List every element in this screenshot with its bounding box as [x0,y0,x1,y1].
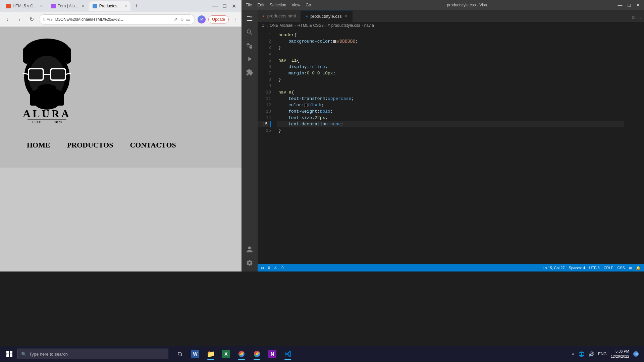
refresh-button[interactable]: ↻ [27,15,36,24]
status-ln-col[interactable]: Ln 15, Col 27 [543,266,565,270]
taskbar-onenote[interactable]: N [265,347,280,361]
tab3-close[interactable]: ✕ [124,4,127,8]
code-line-11: text-transform: uppercase; [277,96,624,102]
browser-tab-2[interactable]: Foro | Alu... ✕ [48,1,88,11]
notification-button[interactable]: 18 [633,351,639,357]
split-editor-icon[interactable]: ⧉ [632,15,635,20]
word-icon: W [191,350,199,358]
minimap [624,29,644,264]
volume-icon[interactable]: 🔊 [588,351,594,357]
taskbar-word[interactable]: W [188,347,203,361]
onenote-icon: N [268,350,276,358]
nav-productos[interactable]: PRODUCTOS [67,141,113,149]
activity-bar-bottom [244,243,256,272]
activity-settings[interactable] [244,257,256,269]
tab2-close[interactable]: ✕ [82,4,85,8]
taskbar-explorer[interactable]: 📁 [203,347,218,361]
minimize-button[interactable]: — [212,3,218,9]
taskbar-taskview[interactable]: ⧉ [172,347,187,361]
code-line-10: nav a{ [277,89,624,96]
more-actions-icon[interactable]: ⋯ [637,15,641,20]
menu-edit[interactable]: Edit [257,3,264,7]
close-css-tab[interactable]: ✕ [344,14,347,18]
code-line-13: font-weight: bold; [277,108,624,115]
update-button[interactable]: Update [208,15,229,23]
taskbar-excel[interactable]: X [219,347,233,361]
activity-run[interactable] [244,53,256,65]
vscode-window-controls: — □ ✕ [618,2,640,8]
taskbar-search[interactable]: 🔍 Type here to search [17,349,168,359]
browser-tab-1[interactable]: HTML5 y C... ✕ [3,1,46,11]
browser-menu-button[interactable]: ⋮ [231,17,239,22]
status-warning-icon: ⚠ [274,266,277,270]
share-icon[interactable]: ↗ [174,17,178,22]
status-encoding[interactable]: UTF-8 [589,266,599,270]
chrome-icon-1 [238,350,245,358]
menu-file[interactable]: File [246,3,252,7]
activity-explorer[interactable] [244,13,256,25]
tab1-label: HTML5 y C... [13,4,37,8]
network-icon[interactable]: 🌐 [579,351,584,357]
clock-time: 5:36 PM [611,349,629,354]
sidebar-toggle-icon[interactable]: ▭ [186,17,191,22]
maximize-button[interactable]: □ [223,3,226,9]
vscode-maximize[interactable]: □ [628,2,631,8]
taskbar-vscode[interactable] [280,347,295,361]
taskbar-chrome-1[interactable] [234,347,249,361]
status-spaces[interactable]: Spaces: 4 [569,266,585,270]
forward-button[interactable]: › [15,15,24,24]
menu-view[interactable]: View [291,3,300,7]
webpage-content: ALURA ESTD 2020 HOME PRODUCTOS CONTACTOS [0,27,241,272]
tab-productos-html[interactable]: ● productos.html [258,10,301,22]
vscode-title-bar: File Edit Selection View Go ... products… [241,0,644,10]
alura-logo-svg: ALURA ESTD 2020 [13,34,80,134]
code-line-4 [277,51,624,57]
code-line-12: color: black; [277,102,624,108]
bookmark-icon[interactable]: ☆ [180,17,184,22]
back-button[interactable]: ‹ [3,15,12,24]
tab1-close[interactable]: ✕ [40,4,43,8]
taskbar-chrome-2[interactable] [250,347,264,361]
tray-expand-icon[interactable]: ∧ [572,352,575,356]
nav-contactos[interactable]: CONTACTOS [130,141,176,149]
status-bell-icon[interactable]: 🔔 [636,266,641,270]
webpage-body [0,168,241,235]
nav-home[interactable]: HOME [27,141,50,149]
code-line-9 [277,83,624,89]
code-line-5: nav li{ [277,57,624,64]
menu-go[interactable]: Go [306,3,311,7]
vscode-window: File Edit Selection View Go ... products… [241,0,644,272]
status-eol[interactable]: CRLF [604,266,613,270]
start-button[interactable] [3,347,16,361]
profile-avatar[interactable]: M [198,15,206,23]
vscode-minimize[interactable]: — [618,2,623,8]
status-language[interactable]: CSS [617,266,625,270]
breadcrumb-symbol[interactable]: nav a [364,23,374,28]
code-line-2: background-color: #BBBBBB; [277,38,624,45]
breadcrumb-folder1[interactable]: ONE Michael [270,23,293,28]
browser-tab-3[interactable]: Productos... ✕ [89,1,130,11]
breadcrumb-folder2[interactable]: HTML & CSS3 [298,23,324,28]
system-clock[interactable]: 5:36 PM 12/29/2022 [611,349,629,359]
svg-text:ALURA: ALURA [23,108,71,120]
breadcrumb-drive[interactable]: D: [262,23,266,28]
breadcrumb-file[interactable]: productstyle.css [331,23,360,28]
color-swatch-bbbbbb [333,40,336,43]
menu-selection[interactable]: Selection [270,3,286,7]
tab-productstyle-css[interactable]: ● productstyle.css ✕ [301,10,353,22]
activity-source-control[interactable] [244,40,256,52]
activity-extensions[interactable] [244,66,256,78]
code-editor[interactable]: 12345 678910 11121314 15 16 header{ [258,29,644,264]
breadcrumb-hash: # [328,23,330,28]
activity-search[interactable] [244,26,256,38]
code-content[interactable]: header{ background-color: #BBBBBB; } [274,29,624,264]
language-indicator[interactable]: ENG [598,352,607,356]
menu-more[interactable]: ... [316,3,320,7]
new-tab-button[interactable]: + [132,1,141,11]
status-error-count: 0 [268,266,270,270]
activity-account[interactable] [244,243,256,255]
vscode-close[interactable]: ✕ [636,2,640,8]
activity-bar [241,10,258,272]
close-browser-button[interactable]: ✕ [232,3,236,9]
address-bar[interactable]: ℹ File D:/ONE%20Michael/HTML%20&%2... ↗ … [39,14,195,24]
